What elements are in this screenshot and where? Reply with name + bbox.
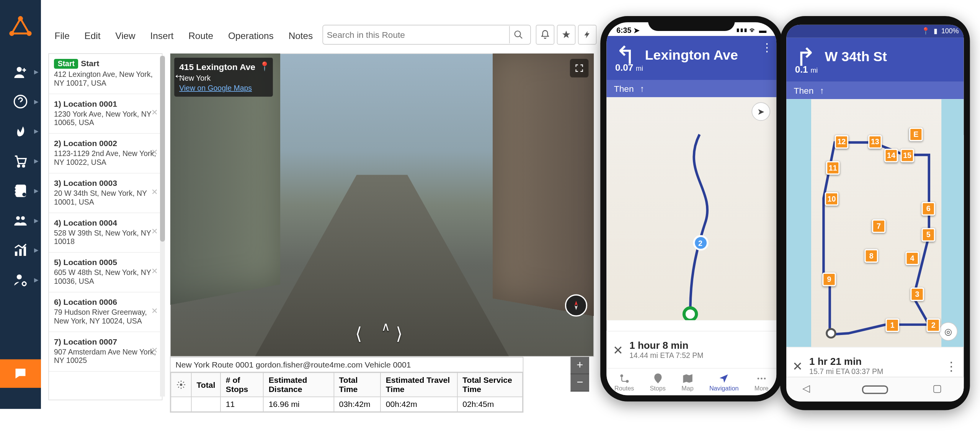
back-icon[interactable]: ◁ — [802, 382, 817, 397]
svg-point-8 — [22, 193, 26, 197]
back-arrow-icon[interactable]: ← — [173, 69, 185, 83]
remove-stop-icon[interactable]: ✕ — [151, 108, 158, 117]
recents-icon[interactable]: ▢ — [933, 382, 947, 397]
bottom-tabs: Routes Stops Map Navigation More — [606, 368, 776, 395]
menu-notes[interactable]: Notes — [281, 30, 320, 41]
stop-marker[interactable]: 7 — [872, 219, 886, 233]
stop-marker[interactable]: 4 — [905, 252, 919, 265]
remove-stop-icon[interactable]: ✕ — [151, 306, 158, 315]
zoom-out-button[interactable]: − — [570, 374, 589, 391]
sv-googlemaps-link[interactable]: View on Google Maps — [179, 84, 252, 93]
stop-start[interactable]: StartStart 412 Lexington Ave, New York, … — [49, 54, 162, 94]
stop-marker[interactable]: E — [909, 128, 923, 141]
tab-stops[interactable]: Stops — [650, 372, 666, 391]
location-pin-icon: 📍 — [921, 27, 930, 35]
tab-map[interactable]: Map — [681, 372, 694, 391]
stop-marker[interactable]: 8 — [864, 249, 878, 263]
stop-marker[interactable]: 9 — [822, 273, 836, 286]
nav-add-user[interactable]: ▶ — [0, 60, 41, 85]
nav-arrow-icon[interactable]: ∧ — [381, 319, 390, 334]
menu-edit[interactable]: Edit — [77, 30, 108, 41]
stop-marker[interactable]: 12 — [835, 135, 849, 149]
search-icon[interactable] — [509, 26, 526, 43]
nav-street: Lexington Ave — [645, 47, 738, 63]
phone-mockup-ios: 6:35 ➤ ▮▮▮ ᯤ ▬ ⋮ ↰ Lexington Ave 0.07 mi… — [600, 16, 782, 402]
close-icon[interactable]: ✕ — [792, 358, 803, 373]
sv-address: 415 Lexington Ave — [179, 61, 255, 73]
remove-stop-icon[interactable]: ✕ — [151, 346, 158, 355]
stop-marker[interactable]: 3 — [910, 288, 924, 301]
battery-icon: ▮ — [934, 27, 938, 35]
nav-direction-banner: ⋮ ↰ Lexington Ave 0.07 mi — [606, 36, 776, 80]
stop-marker[interactable]: 13 — [868, 135, 882, 149]
menu-operations[interactable]: Operations — [220, 30, 281, 41]
nav-help[interactable]: ▶ — [0, 89, 41, 114]
search-box[interactable] — [322, 25, 531, 45]
stop-item[interactable]: 3) Location 000320 W 34th St, New York, … — [49, 174, 162, 213]
stop-marker[interactable]: 1 — [885, 319, 899, 332]
nav-arrow-icon[interactable]: ⟨ ⟩ — [355, 324, 403, 344]
nav-street: W 34th St — [825, 49, 887, 65]
stop-item[interactable]: 4) Location 0004528 W 39th St, New York,… — [49, 213, 162, 253]
map-view[interactable]: ➤ 2 — [606, 97, 776, 320]
compass-icon[interactable] — [565, 294, 587, 317]
close-icon[interactable]: ✕ — [613, 342, 624, 357]
stop-title: 1) Location 0001 — [54, 99, 157, 108]
svg-point-22 — [626, 380, 628, 382]
stop-item[interactable]: 1) Location 00011230 York Ave, New York,… — [49, 94, 162, 134]
td-dist: 16.96 mi — [263, 397, 334, 412]
stop-item[interactable]: 2) Location 00021123-1129 2nd Ave, New Y… — [49, 134, 162, 174]
bolt-icon[interactable] — [578, 25, 597, 45]
stop-marker[interactable]: 14 — [884, 149, 898, 163]
nav-addressbook[interactable]: ▶ — [0, 179, 41, 203]
nav-team[interactable]: ▶ — [0, 208, 41, 233]
stop-address: 907 Amsterdam Ave New York, NY 10025 — [54, 348, 157, 365]
tab-more[interactable]: More — [755, 372, 769, 391]
zoom-in-button[interactable]: + — [570, 357, 589, 374]
notifications-icon[interactable] — [536, 25, 555, 45]
nav-user-settings[interactable]: ▶ — [0, 268, 41, 293]
menu-insert[interactable]: Insert — [143, 30, 181, 41]
stop-marker[interactable]: 10 — [825, 192, 839, 206]
menu-route[interactable]: Route — [181, 30, 221, 41]
nav-performance[interactable]: ▶ — [0, 119, 41, 144]
stop-marker[interactable]: 11 — [826, 161, 840, 175]
home-icon[interactable] — [862, 385, 888, 394]
th-ttime: Total Time — [334, 372, 381, 397]
streetview-pane[interactable]: ⟨ ⟩ ∧ 415 Lexington Ave New York View on… — [170, 53, 594, 357]
svg-point-9 — [16, 216, 20, 220]
remove-stop-icon[interactable]: ✕ — [151, 148, 158, 157]
stop-marker[interactable]: 15 — [900, 149, 914, 163]
tab-routes[interactable]: Routes — [614, 372, 634, 391]
svg-text:2: 2 — [698, 239, 702, 247]
menu-view[interactable]: View — [108, 30, 143, 41]
stop-marker[interactable]: 2 — [926, 319, 940, 332]
building-facade-icon — [493, 53, 594, 319]
remove-stop-icon[interactable]: ✕ — [151, 267, 158, 276]
map-view[interactable]: ◎ 123456789101112131415E — [786, 99, 964, 347]
stop-marker[interactable]: 6 — [921, 202, 935, 216]
phone-notch-icon — [648, 16, 735, 31]
svg-point-27 — [826, 329, 835, 338]
stop-title: 4) Location 0004 — [54, 218, 157, 227]
favorite-icon[interactable] — [557, 25, 576, 45]
menu-file[interactable]: File — [47, 30, 77, 41]
stop-address: 1230 York Ave, New York, NY 10065, USA — [54, 110, 157, 127]
scrollbar-thumb[interactable] — [160, 56, 165, 242]
stop-marker[interactable]: 5 — [921, 228, 935, 242]
more-icon[interactable]: ⋮ — [761, 41, 773, 55]
stop-item[interactable]: 7) Location 0007907 Amsterdam Ave New Yo… — [49, 332, 162, 372]
more-icon[interactable]: ⋮ — [945, 358, 957, 373]
nav-orders[interactable]: ▶ — [0, 149, 41, 174]
stop-item[interactable]: 6) Location 000679 Hudson River Greenway… — [49, 293, 162, 332]
remove-stop-icon[interactable]: ✕ — [151, 227, 158, 236]
nav-chat-icon[interactable] — [0, 359, 41, 388]
signal-wifi-battery-icon: ▮▮▮ ᯤ ▬ — [736, 26, 766, 35]
fullscreen-icon[interactable] — [570, 59, 589, 78]
remove-stop-icon[interactable]: ✕ — [151, 187, 158, 196]
gear-icon[interactable] — [171, 372, 191, 397]
stop-item[interactable]: 5) Location 0005605 W 48th St, New York,… — [49, 253, 162, 293]
tab-navigation[interactable]: Navigation — [709, 372, 739, 391]
search-input[interactable] — [327, 30, 509, 40]
nav-analytics[interactable]: ▶ — [0, 238, 41, 263]
